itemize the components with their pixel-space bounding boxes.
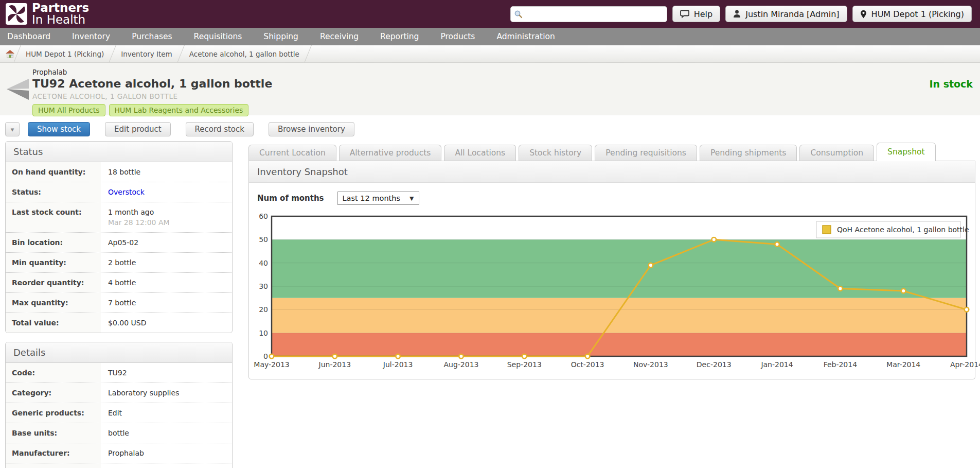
- status-panel: Status On hand quantity:18 bottleStatus:…: [5, 141, 233, 333]
- main-nav: DashboardInventoryPurchasesRequisitionsS…: [0, 28, 980, 45]
- table-row: Manufacturer:Prophalab: [6, 443, 232, 463]
- field-value: bottle: [101, 423, 232, 443]
- svg-text:Aug-2013: Aug-2013: [443, 360, 478, 369]
- field-value-text[interactable]: Overstock: [108, 188, 145, 196]
- svg-text:0: 0: [263, 352, 268, 360]
- field-value: Ap05-02: [101, 233, 232, 252]
- nav-item-inventory[interactable]: Inventory: [72, 32, 121, 41]
- table-row: Code:TU92: [6, 363, 232, 383]
- field-value: Laboratory supplies: [101, 383, 232, 403]
- nav-item-requisitions[interactable]: Requisitions: [194, 32, 253, 41]
- tab-snapshot[interactable]: Snapshot: [877, 143, 935, 161]
- field-value-text: bottle: [108, 429, 129, 437]
- inventory-chart: 0102030405060May-2013Jun-2013Jul-2013Aug…: [249, 208, 975, 374]
- search-icon: [514, 10, 523, 19]
- tab-alternative-products[interactable]: Alternative products: [339, 145, 442, 161]
- field-subvalue: Mar 28 12:00 AM: [108, 218, 225, 227]
- details-panel: Details Code:TU92Category:Laboratory sup…: [5, 342, 233, 468]
- field-label: Min quantity:: [6, 253, 101, 272]
- brand-line2: In Health: [32, 14, 89, 26]
- product-tag-hum-all-products[interactable]: HUM All Products: [32, 104, 105, 116]
- actions-menu-button[interactable]: ▾: [5, 122, 20, 136]
- nav-item-purchases[interactable]: Purchases: [132, 32, 183, 41]
- svg-text:May-2013: May-2013: [254, 360, 289, 369]
- brand-name: Partners In Health: [32, 2, 89, 26]
- field-value: 7 bottle: [101, 293, 232, 313]
- breadcrumb: HUM Depot 1 (Picking)Inventory ItemAceto…: [0, 45, 980, 63]
- svg-text:Dec-2013: Dec-2013: [697, 360, 732, 369]
- nav-item-reporting[interactable]: Reporting: [380, 32, 430, 41]
- svg-text:Nov-2013: Nov-2013: [633, 360, 668, 369]
- field-label: Bin location:: [6, 233, 101, 252]
- field-value: 4 bottle: [101, 273, 232, 292]
- product-tag-hum-lab-reagents-and-accessories[interactable]: HUM Lab Reagents and Accessories: [109, 104, 249, 116]
- tab-consumption[interactable]: Consumption: [799, 145, 874, 161]
- table-row: Reorder quantity:4 bottle: [6, 272, 232, 292]
- nav-item-products[interactable]: Products: [440, 32, 486, 41]
- help-label: Help: [694, 9, 712, 19]
- nav-item-shipping[interactable]: Shipping: [263, 32, 309, 41]
- breadcrumb-item-acetone-alcohol-1-gallon-bottle[interactable]: Acetone alcohol, 1 gallon bottle: [181, 50, 308, 58]
- stock-status-badge: In stock: [929, 78, 973, 90]
- global-search-input[interactable]: [510, 6, 667, 22]
- field-value-text: 18 bottle: [108, 168, 140, 176]
- field-value-text: Laboratory supplies: [108, 389, 179, 397]
- help-button[interactable]: Help: [672, 6, 720, 22]
- nav-item-dashboard[interactable]: Dashboard: [7, 32, 61, 41]
- field-label: Last stock count:: [6, 202, 101, 232]
- field-value-text: $0.00 USD: [108, 319, 146, 327]
- field-label: Max quantity:: [6, 293, 101, 313]
- brand-line1: Partners: [32, 2, 89, 14]
- details-panel-title: Details: [6, 342, 232, 363]
- page-title: TU92 Acetone alcohol, 1 gallon bottle: [32, 77, 972, 90]
- table-row: Status:Overstock: [6, 182, 232, 202]
- table-row: Brand name:None: [6, 463, 232, 468]
- chart-legend: QoH Acetone alcohol, 1 gallon bottle: [816, 221, 969, 238]
- field-label: Brand name:: [6, 463, 101, 468]
- nav-item-receiving[interactable]: Receiving: [320, 32, 369, 41]
- svg-text:QoH Acetone alcohol, 1 gallon: QoH Acetone alcohol, 1 gallon bottle: [837, 226, 969, 234]
- home-icon[interactable]: [5, 49, 15, 58]
- field-value: Prophalab: [101, 443, 232, 463]
- show-stock-button[interactable]: Show stock: [28, 122, 90, 136]
- table-row: Bin location:Ap05-02: [6, 232, 232, 252]
- tab-pending-shipments[interactable]: Pending shipments: [700, 145, 797, 161]
- location-pin-icon: [860, 10, 867, 19]
- svg-text:10: 10: [259, 329, 268, 337]
- table-row: On hand quantity:18 bottle: [6, 162, 232, 182]
- browse-inventory-button[interactable]: Browse inventory: [269, 122, 354, 136]
- user-label: Justin Miranda [Admin]: [745, 9, 839, 19]
- pih-logo[interactable]: Partners In Health: [5, 2, 89, 26]
- breadcrumb-item-inventory-item[interactable]: Inventory Item: [113, 50, 181, 58]
- nav-item-administration[interactable]: Administration: [496, 32, 565, 41]
- tab-stock-history[interactable]: Stock history: [519, 145, 592, 161]
- table-row: Category:Laboratory supplies: [6, 383, 232, 403]
- user-button[interactable]: Justin Miranda [Admin]: [725, 6, 847, 22]
- tab-current-location[interactable]: Current Location: [248, 145, 336, 161]
- product-subtitle: ACETONE ALCOHOL, 1 GALLON BOTTLE: [32, 92, 972, 100]
- manufacturer-name: Prophalab: [32, 68, 972, 76]
- field-label: On hand quantity:: [6, 162, 101, 182]
- num-months-select[interactable]: Last 12 months ▼: [337, 192, 419, 205]
- tab-all-locations[interactable]: All Locations: [444, 145, 516, 161]
- location-button[interactable]: HUM Depot 1 (Picking): [852, 6, 972, 22]
- svg-text:Jul-2013: Jul-2013: [383, 360, 413, 369]
- tab-pending-requisitions[interactable]: Pending requisitions: [595, 145, 697, 161]
- action-bar: ▾ Show stock Edit product Record stock B…: [0, 115, 980, 136]
- user-icon: [733, 10, 741, 18]
- field-value: TU92: [101, 363, 232, 383]
- record-stock-button[interactable]: Record stock: [186, 122, 254, 136]
- table-row: Generic products:Edit: [6, 403, 232, 423]
- edit-product-button[interactable]: Edit product: [105, 122, 171, 136]
- product-summary: Prophalab TU92 Acetone alcohol, 1 gallon…: [0, 63, 980, 115]
- field-value: 18 bottle: [101, 162, 232, 182]
- breadcrumb-item-hum-depot-1-picking[interactable]: HUM Depot 1 (Picking): [17, 50, 112, 58]
- field-label: Category:: [6, 383, 101, 403]
- field-value-text: 1 month ago: [108, 208, 154, 216]
- product-tags: HUM All ProductsHUM Lab Reagents and Acc…: [32, 104, 972, 116]
- svg-text:Jan-2014: Jan-2014: [760, 360, 793, 369]
- pih-logo-icon: [5, 3, 28, 25]
- chevron-down-icon: ▼: [409, 195, 414, 202]
- field-label: Generic products:: [6, 403, 101, 423]
- field-value: $0.00 USD: [101, 313, 232, 333]
